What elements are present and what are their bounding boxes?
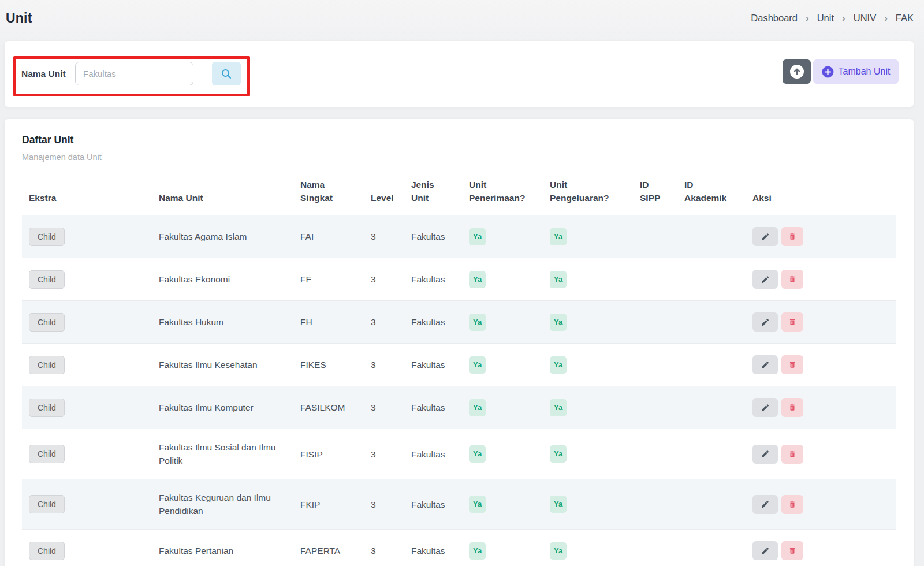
delete-button[interactable]	[781, 541, 803, 560]
unit-abbr-cell: FIKES	[293, 344, 364, 386]
add-unit-label: Tambah Unit	[839, 66, 891, 77]
unit-abbr-cell: FASILKOM	[293, 386, 364, 429]
penerimaan-cell: Ya	[462, 530, 543, 566]
pencil-icon	[761, 318, 770, 327]
header-unit-penerimaan: Unit Penerimaan?	[462, 170, 543, 215]
pengeluaran-cell: Ya	[543, 215, 633, 258]
edit-button[interactable]	[752, 312, 778, 332]
pengeluaran-badge: Ya	[550, 496, 567, 513]
penerimaan-cell: Ya	[462, 386, 543, 429]
add-unit-button[interactable]: Tambah Unit	[813, 59, 899, 84]
list-subtitle: Manajemen data Unit	[22, 152, 102, 162]
penerimaan-cell: Ya	[462, 301, 543, 344]
unit-type-cell: Fakultas	[404, 215, 462, 258]
unit-name-cell: Fakultas Ekonomi	[152, 258, 293, 301]
chevron-right-icon: ›	[842, 13, 845, 23]
penerimaan-cell: Ya	[462, 344, 543, 386]
trash-icon	[788, 403, 796, 412]
breadcrumb-dashboard[interactable]: Dashboard	[751, 13, 798, 24]
pencil-icon	[761, 403, 770, 412]
breadcrumb-fak: FAK	[896, 13, 914, 24]
unit-level-cell: 3	[364, 258, 404, 301]
child-button[interactable]: Child	[29, 356, 65, 374]
aksi-cell	[746, 258, 896, 301]
unit-name-cell: Fakultas Pertanian	[152, 530, 293, 566]
unit-abbr-cell: FKIP	[293, 479, 364, 530]
pengeluaran-badge: Ya	[550, 356, 567, 374]
pencil-icon	[761, 232, 770, 241]
header-id-sipp: ID SIPP	[633, 170, 677, 215]
unit-level-cell: 3	[364, 301, 404, 344]
delete-button[interactable]	[781, 398, 803, 417]
child-button[interactable]: Child	[29, 495, 65, 513]
unit-abbr-cell: FE	[293, 258, 364, 301]
breadcrumb-unit[interactable]: Unit	[817, 13, 834, 24]
pengeluaran-cell: Ya	[543, 429, 633, 479]
header-jenis-unit: Jenis Unit	[404, 170, 462, 215]
nama-unit-input[interactable]	[75, 62, 193, 85]
id-sipp-cell	[633, 386, 677, 429]
id-akademik-cell	[677, 429, 746, 479]
search-button[interactable]	[212, 62, 241, 85]
edit-button[interactable]	[752, 541, 778, 560]
upload-button[interactable]	[783, 59, 811, 84]
penerimaan-cell: Ya	[462, 479, 543, 530]
id-akademik-cell	[677, 215, 746, 258]
unit-type-cell: Fakultas	[404, 258, 462, 301]
child-button[interactable]: Child	[29, 228, 65, 246]
breadcrumb-univ[interactable]: UNIV	[854, 13, 876, 24]
aksi-cell	[746, 215, 896, 258]
nama-unit-label: Nama Unit	[21, 69, 66, 79]
id-sipp-cell	[633, 301, 677, 344]
filter-card: Nama Unit Tambah Unit	[5, 41, 914, 107]
edit-button[interactable]	[752, 227, 778, 246]
delete-button[interactable]	[781, 495, 803, 514]
pencil-icon	[761, 546, 770, 556]
id-akademik-cell	[677, 386, 746, 429]
child-button[interactable]: Child	[29, 542, 65, 560]
child-button[interactable]: Child	[29, 313, 65, 332]
pencil-icon	[761, 449, 770, 459]
table-header-row: Ekstra Nama Unit Nama Singkat Level Jeni…	[22, 170, 896, 215]
header-aksi: Aksi	[746, 170, 896, 215]
aksi-cell	[746, 429, 896, 479]
unit-type-cell: Fakultas	[404, 530, 462, 566]
edit-button[interactable]	[752, 445, 778, 464]
unit-name-cell: Fakultas Ilmu Sosial dan Ilmu Politik	[152, 429, 293, 479]
ekstra-cell: Child	[22, 386, 152, 429]
id-akademik-cell	[677, 479, 746, 530]
unit-name-cell: Fakultas Agama Islam	[152, 215, 293, 258]
table-row: Child Fakultas Pertanian FAPERTA 3 Fakul…	[22, 530, 896, 566]
delete-button[interactable]	[781, 227, 803, 246]
unit-name-cell: Fakultas Ilmu Kesehatan	[152, 344, 293, 386]
unit-level-cell: 3	[364, 429, 404, 479]
ekstra-cell: Child	[22, 429, 152, 479]
table-row: Child Fakultas Agama Islam FAI 3 Fakulta…	[22, 215, 896, 258]
edit-button[interactable]	[752, 495, 778, 514]
edit-button[interactable]	[752, 270, 778, 289]
unit-type-cell: Fakultas	[404, 301, 462, 344]
arrow-up-circle-icon	[789, 64, 804, 79]
delete-button[interactable]	[781, 445, 803, 464]
chevron-right-icon: ›	[884, 13, 888, 23]
table-row: Child Fakultas Ekonomi FE 3 Fakultas Ya …	[22, 258, 896, 301]
aksi-cell	[746, 386, 896, 429]
edit-button[interactable]	[752, 355, 778, 374]
list-title: Daftar Unit	[22, 134, 73, 146]
unit-level-cell: 3	[364, 530, 404, 566]
delete-button[interactable]	[781, 355, 803, 374]
child-button[interactable]: Child	[29, 445, 65, 463]
page-title: Unit	[6, 10, 32, 26]
pengeluaran-cell: Ya	[543, 344, 633, 386]
table-row: Child Fakultas Ilmu Komputer FASILKOM 3 …	[22, 386, 896, 429]
unit-list-card: Daftar Unit Manajemen data Unit Ekstra N…	[5, 119, 914, 566]
penerimaan-badge: Ya	[469, 356, 486, 374]
unit-table: Ekstra Nama Unit Nama Singkat Level Jeni…	[22, 170, 896, 566]
unit-type-cell: Fakultas	[404, 429, 462, 479]
id-akademik-cell	[677, 258, 746, 301]
child-button[interactable]: Child	[29, 270, 65, 289]
edit-button[interactable]	[752, 398, 778, 417]
delete-button[interactable]	[781, 312, 803, 332]
child-button[interactable]: Child	[29, 399, 65, 417]
delete-button[interactable]	[781, 270, 803, 289]
